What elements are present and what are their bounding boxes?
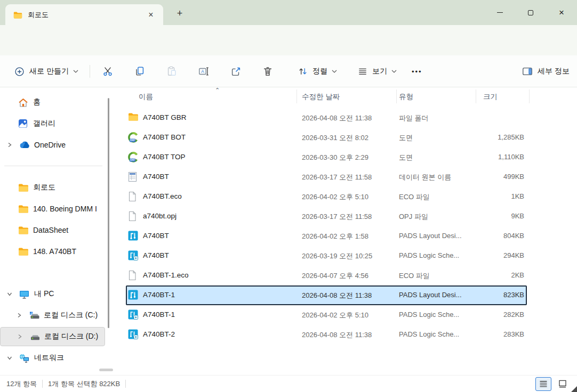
file-row[interactable]: A740BT-1 2026-04-02 오후 5:10 PADS Logic S… bbox=[126, 305, 527, 325]
ellipsis-icon: ••• bbox=[412, 68, 422, 76]
item-count: 12개 항목 bbox=[6, 379, 37, 389]
large-icons-view-button[interactable] bbox=[555, 377, 571, 391]
column-divider[interactable] bbox=[476, 89, 476, 103]
more-options-button[interactable]: ••• bbox=[406, 62, 428, 81]
new-button[interactable]: 새로 만들기 bbox=[9, 62, 84, 81]
home-icon bbox=[18, 98, 28, 107]
chevron-down-icon[interactable] bbox=[6, 355, 13, 361]
file-name: A740BT bbox=[143, 232, 169, 240]
dxf-icon: DXF bbox=[128, 132, 140, 143]
sidebar-item-this-pc[interactable]: 내 PC bbox=[0, 284, 105, 304]
sort-ascending-icon: ⌃ bbox=[215, 87, 220, 94]
cut-button[interactable] bbox=[97, 62, 118, 81]
file-size: 282KB bbox=[435, 311, 524, 318]
sidebar-item-drive-d[interactable]: 로컬 디스크 (D:) bbox=[0, 327, 105, 346]
file-type: OPJ 파일 bbox=[399, 212, 428, 222]
column-divider[interactable] bbox=[529, 89, 530, 103]
file-size: 1,285KB bbox=[435, 133, 524, 141]
file-size: 9KB bbox=[435, 212, 524, 220]
delete-button[interactable] bbox=[257, 62, 278, 81]
file-size: 804KB bbox=[435, 232, 524, 240]
copy-icon bbox=[134, 66, 146, 77]
titlebar: 회로도 × + × bbox=[0, 0, 577, 25]
file-date-modified: 2026-03-17 오전 11:58 bbox=[302, 212, 372, 222]
file-size: 1,110KB bbox=[435, 153, 524, 161]
sidebar-item-140-boeing[interactable]: 140. Boeing DMM I bbox=[0, 199, 105, 218]
file-row[interactable]: A740BT 2026-03-17 오전 11:58 데이터 원본 이름 499… bbox=[126, 167, 527, 187]
trash-icon bbox=[262, 66, 274, 77]
column-divider[interactable] bbox=[296, 89, 297, 103]
column-header-date[interactable]: 수정한 날짜 bbox=[302, 92, 340, 102]
sidebar-item-circuit-folder[interactable]: 회로도 bbox=[0, 178, 105, 197]
folder-icon bbox=[13, 11, 22, 19]
column-header-type[interactable]: 유형 bbox=[399, 92, 413, 102]
paste-button[interactable] bbox=[161, 62, 182, 81]
pads-layout-icon bbox=[128, 290, 140, 300]
sidebar-horizontal-scrollbar[interactable] bbox=[99, 369, 113, 371]
file-row[interactable]: A740BT-2 2026-04-08 오전 11:38 PADS Logic … bbox=[126, 325, 527, 345]
drive-d-icon bbox=[30, 333, 41, 341]
file-row[interactable]: a740bt.opj 2026-03-17 오전 11:58 OPJ 파일 9K… bbox=[126, 207, 527, 226]
file-name: A740BT-1 bbox=[143, 291, 175, 299]
details-view-button[interactable] bbox=[535, 377, 551, 391]
file-type: 도면 bbox=[399, 133, 413, 143]
minimize-icon bbox=[497, 12, 503, 13]
details-pane-button[interactable]: 세부 정보 bbox=[516, 62, 575, 81]
sidebar-item-gallery[interactable]: 갤러리 bbox=[0, 114, 105, 133]
sidebar-item-network[interactable]: 네트워크 bbox=[0, 348, 105, 368]
sidebar-item-onedrive[interactable]: OneDrive bbox=[0, 135, 105, 154]
file-row[interactable]: A740BT.eco 2026-04-02 오후 5:10 ECO 파일 1KB bbox=[126, 187, 527, 207]
chevron-right-icon[interactable] bbox=[17, 333, 23, 340]
svg-text:DXF: DXF bbox=[130, 159, 135, 161]
file-row[interactable]: DXF A740BT TOP 2026-03-30 오후 2:29 도면 1,1… bbox=[126, 148, 527, 167]
doc-icon bbox=[128, 191, 140, 202]
share-icon bbox=[230, 66, 242, 77]
file-name: A740BT BOT bbox=[143, 133, 186, 141]
file-date-modified: 2026-03-31 오전 8:02 bbox=[302, 133, 368, 143]
status-divider bbox=[125, 380, 126, 388]
sidebar-item-148-a740bt[interactable]: 148. A740BT bbox=[0, 242, 105, 261]
maximize-icon bbox=[528, 10, 533, 15]
main-content: 홈 갤러리 OneDrive 회로도 140. Boeing DMM I bbox=[0, 87, 577, 375]
folder-icon bbox=[128, 112, 140, 121]
view-button[interactable]: 보기 bbox=[352, 62, 402, 81]
sidebar-scrollbar[interactable] bbox=[108, 98, 109, 328]
column-divider[interactable] bbox=[396, 89, 397, 103]
maximize-button[interactable] bbox=[515, 0, 546, 25]
minimize-button[interactable] bbox=[484, 0, 515, 25]
paste-icon bbox=[166, 66, 178, 77]
close-button[interactable]: × bbox=[546, 0, 577, 25]
resize-grip[interactable] bbox=[571, 386, 577, 392]
sort-button[interactable]: 정렬 bbox=[292, 62, 342, 81]
sidebar-item-datasheet[interactable]: DataSheet bbox=[0, 220, 105, 240]
copy-button[interactable] bbox=[129, 62, 150, 81]
file-row[interactable]: A740BT GBR 2026-04-08 오전 11:38 파일 폴더 bbox=[126, 108, 527, 128]
file-row[interactable]: A740BT-1 2026-04-08 오전 11:38 PADS Layout… bbox=[126, 285, 527, 305]
file-size: 283KB bbox=[435, 330, 524, 338]
chevron-right-icon[interactable] bbox=[16, 312, 22, 318]
plus-circle-icon bbox=[14, 66, 25, 77]
file-row[interactable]: A740BT 2026-04-02 오후 1:58 PADS Layout De… bbox=[126, 226, 527, 246]
chevron-right-icon[interactable] bbox=[6, 142, 13, 148]
sidebar-item-drive-c[interactable]: 로컬 디스크 (C:) bbox=[0, 306, 105, 325]
file-row[interactable]: DXF A740BT BOT 2026-03-31 오전 8:02 도면 1,2… bbox=[126, 128, 527, 148]
column-header-name[interactable]: 이름 bbox=[139, 92, 153, 102]
file-row[interactable]: A740BT 2026-03-19 오전 10:25 PADS Logic Sc… bbox=[126, 246, 527, 266]
rename-button[interactable]: A bbox=[193, 62, 214, 81]
sidebar-item-home[interactable]: 홈 bbox=[0, 93, 105, 112]
tab-close-icon[interactable]: × bbox=[145, 9, 157, 21]
column-header-size[interactable]: 크기 bbox=[483, 92, 498, 102]
this-pc-icon bbox=[19, 290, 29, 299]
file-name: A740BT bbox=[143, 251, 169, 259]
chevron-down-icon[interactable] bbox=[6, 291, 13, 297]
file-size: 499KB bbox=[435, 173, 524, 181]
file-row[interactable]: A740BT-1.eco 2026-04-07 오후 4:56 ECO 파일 2… bbox=[126, 266, 527, 285]
file-name: A740BT-1 bbox=[143, 311, 175, 318]
pads-logic-icon bbox=[128, 329, 140, 339]
share-button[interactable] bbox=[225, 62, 246, 81]
new-tab-button[interactable]: + bbox=[173, 7, 187, 20]
tab-title: 회로도 bbox=[28, 10, 145, 20]
file-list: ⌃ 이름 수정한 날짜 유형 크기 A740BT GBR 2026-04-08 … bbox=[117, 87, 577, 375]
explorer-tab[interactable]: 회로도 × bbox=[5, 4, 163, 25]
cut-icon bbox=[102, 66, 114, 77]
